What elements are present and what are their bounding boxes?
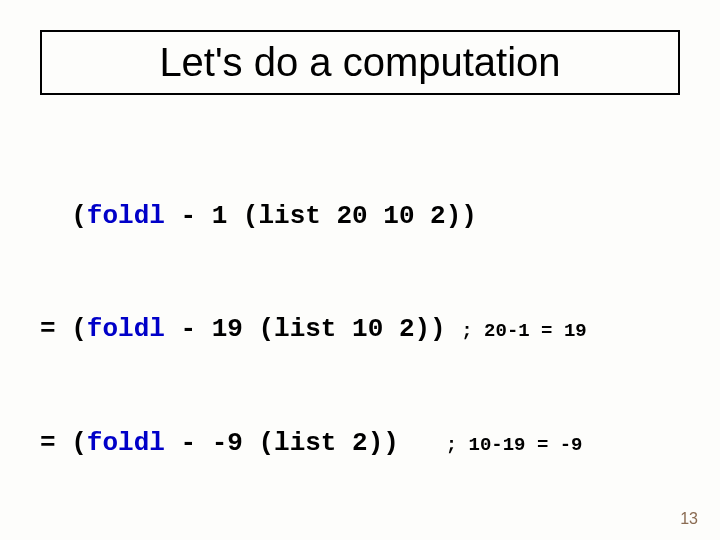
comment-2: ; 10-19 = -9	[446, 434, 583, 456]
keyword-foldl: foldl	[87, 201, 165, 231]
keyword-foldl: foldl	[87, 428, 165, 458]
page-number: 13	[680, 510, 698, 528]
slide-title: Let's do a computation	[62, 40, 658, 85]
code-line-1: = (foldl - 19 (list 10 2)) ; 20-1 = 19	[40, 311, 680, 349]
title-box: Let's do a computation	[40, 30, 680, 95]
comment-1: ; 20-1 = 19	[461, 320, 586, 342]
keyword-foldl: foldl	[87, 314, 165, 344]
code-line-2: = (foldl - -9 (list 2)) ; 10-19 = -9	[40, 425, 680, 463]
code-block: (foldl - 1 (list 20 10 2)) = (foldl - 19…	[40, 123, 680, 540]
code-line-0: (foldl - 1 (list 20 10 2))	[40, 198, 680, 236]
